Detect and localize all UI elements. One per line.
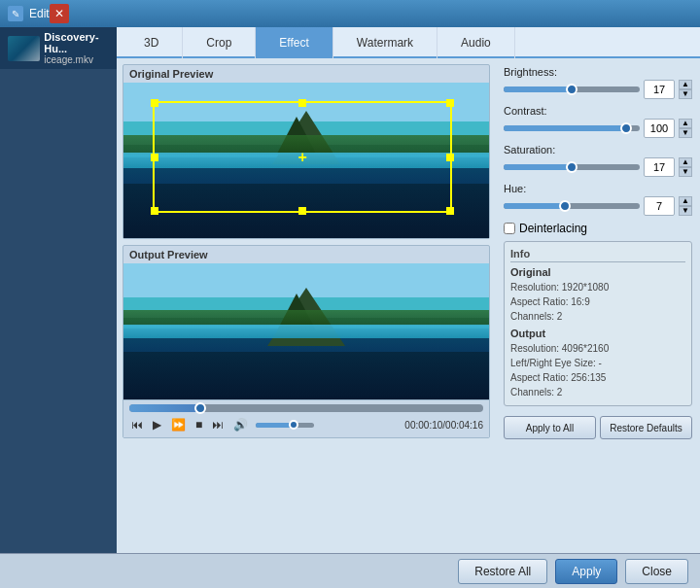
deinterlacing-checkbox[interactable] <box>504 223 515 234</box>
volume-slider[interactable] <box>256 423 314 428</box>
apply-button[interactable]: Apply <box>555 559 617 584</box>
crop-handle-tr[interactable] <box>446 99 454 107</box>
hue-control: Hue: 7 ▲ ▼ <box>504 183 692 216</box>
close-button[interactable]: Close <box>625 559 688 584</box>
contrast-thumb[interactable] <box>620 122 632 134</box>
brightness-value: 17 <box>644 80 675 99</box>
brightness-spinner: ▲ ▼ <box>679 80 692 99</box>
skip-forward-button[interactable]: ⏭ <box>210 416 226 433</box>
close-window-button[interactable]: ✕ <box>50 4 69 23</box>
output-preview-section: Output Preview <box>122 245 490 438</box>
crop-handle-bl[interactable] <box>151 207 158 215</box>
hue-fill <box>504 203 565 209</box>
app-icon: ✎ <box>8 6 23 21</box>
progress-bar[interactable] <box>129 404 483 412</box>
progress-fill <box>129 404 200 412</box>
svg-text:✎: ✎ <box>12 9 19 19</box>
output-preview-image <box>123 263 489 399</box>
brightness-slider[interactable] <box>504 86 640 92</box>
info-original-subtitle: Original <box>510 266 685 278</box>
tab-crop[interactable]: Crop <box>183 27 256 58</box>
file-thumbnail <box>8 36 40 61</box>
hue-down[interactable]: ▼ <box>679 206 692 216</box>
controls-row: ⏮ ▶ ⏩ ■ ⏭ 🔊 00:00:10/00:04:16 <box>129 416 483 433</box>
saturation-slider[interactable] <box>504 164 640 170</box>
restore-defaults-button[interactable]: Restore Defaults <box>600 416 692 439</box>
original-preview-image: + <box>123 83 489 238</box>
brightness-label: Brightness: <box>504 66 692 78</box>
hue-value: 7 <box>644 196 675 216</box>
info-output-aspect: Aspect Ratio: 256:135 <box>510 370 685 385</box>
brightness-down[interactable]: ▼ <box>679 89 692 99</box>
saturation-slider-row: 17 ▲ ▼ <box>504 157 692 177</box>
volume-thumb[interactable] <box>289 420 298 430</box>
output-preview-label: Output Preview <box>123 246 489 263</box>
crop-center-icon: + <box>298 149 307 166</box>
contrast-control: Contrast: 100 ▲ ▼ <box>504 105 692 138</box>
saturation-up[interactable]: ▲ <box>679 157 692 167</box>
contrast-slider[interactable] <box>504 125 640 131</box>
info-output-lr-eye: Left/Right Eye Size: - <box>510 356 685 370</box>
titlebar-title: Edit <box>29 7 50 20</box>
stop-button[interactable]: ■ <box>193 416 204 433</box>
info-original-aspect: Aspect Ratio: 16:9 <box>510 294 685 309</box>
crop-handle-tl[interactable] <box>151 99 158 107</box>
volume-icon[interactable]: 🔊 <box>231 416 250 433</box>
progress-thumb[interactable] <box>194 402 206 414</box>
crop-handle-ml[interactable] <box>151 154 158 161</box>
hue-spinner: ▲ ▼ <box>679 196 692 216</box>
crop-overlay[interactable]: + <box>153 101 452 213</box>
restore-all-button[interactable]: Restore All <box>458 559 547 584</box>
saturation-thumb[interactable] <box>566 161 578 173</box>
crop-handle-br[interactable] <box>446 207 454 215</box>
hue-slider-row: 7 ▲ ▼ <box>504 196 692 216</box>
hue-thumb[interactable] <box>559 200 571 212</box>
crop-handle-tc[interactable] <box>298 99 306 107</box>
main-content: Original Preview <box>117 58 496 553</box>
hue-up[interactable]: ▲ <box>679 196 692 206</box>
hue-slider[interactable] <box>504 203 640 209</box>
contrast-down[interactable]: ▼ <box>679 128 692 138</box>
info-section: Info Original Resolution: 1920*1080 Aspe… <box>504 241 692 406</box>
brightness-thumb[interactable] <box>566 84 578 95</box>
tab-3d[interactable]: 3D <box>121 27 183 58</box>
output-foliage <box>123 310 489 327</box>
info-title: Info <box>510 248 685 262</box>
output-water <box>123 325 489 338</box>
info-output-channels: Channels: 2 <box>510 385 685 399</box>
apply-to-all-button[interactable]: Apply to All <box>504 416 596 439</box>
original-preview-label: Original Preview <box>123 65 489 83</box>
titlebar: ✎ Edit ✕ <box>0 0 700 27</box>
brightness-up[interactable]: ▲ <box>679 80 692 89</box>
tab-audio[interactable]: Audio <box>438 27 515 58</box>
skip-back-button[interactable]: ⏮ <box>129 416 145 433</box>
tab-effect[interactable]: Effect <box>256 27 332 58</box>
bottom-bar: Restore All Apply Close <box>0 553 700 588</box>
info-original-resolution: Resolution: 1920*1080 <box>510 280 685 294</box>
contrast-spinner: ▲ ▼ <box>679 119 692 138</box>
contrast-up[interactable]: ▲ <box>679 119 692 128</box>
file-item[interactable]: Discovery-Hu... iceage.mkv <box>0 27 117 69</box>
saturation-spinner: ▲ ▼ <box>679 157 692 177</box>
contrast-fill <box>504 125 626 131</box>
apply-defaults-row: Apply to All Restore Defaults <box>504 416 692 439</box>
contrast-label: Contrast: <box>504 105 692 117</box>
hue-label: Hue: <box>504 183 692 194</box>
crop-handle-mr[interactable] <box>446 154 454 161</box>
info-output-subtitle: Output <box>510 328 685 339</box>
fast-forward-button[interactable]: ⏩ <box>169 416 188 433</box>
crop-handle-bc[interactable] <box>298 207 306 215</box>
deinterlacing-row: Deinterlacing <box>504 222 692 235</box>
brightness-fill <box>504 86 572 92</box>
play-button[interactable]: ▶ <box>151 416 163 433</box>
file-name-label: Discovery-Hu... <box>44 31 109 54</box>
contrast-slider-row: 100 ▲ ▼ <box>504 119 692 138</box>
right-panel: Brightness: 17 ▲ ▼ <box>496 58 700 553</box>
saturation-down[interactable]: ▼ <box>679 167 692 177</box>
info-original-channels: Channels: 2 <box>510 309 685 324</box>
left-sidebar: Discovery-Hu... iceage.mkv <box>0 27 117 553</box>
deinterlacing-label: Deinterlacing <box>519 222 587 235</box>
original-preview-section: Original Preview <box>122 64 490 239</box>
saturation-fill <box>504 164 572 170</box>
tab-watermark[interactable]: Watermark <box>333 27 438 58</box>
